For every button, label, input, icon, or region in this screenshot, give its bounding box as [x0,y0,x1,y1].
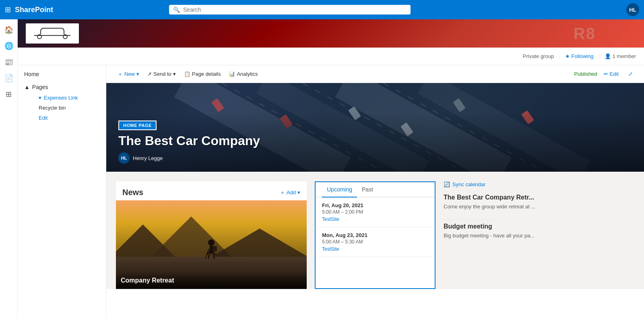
sub-header-right: Private group | ★ Following | 👤 1 member [523,53,636,59]
hero-title: The Best Car Company [118,133,632,148]
event-card-2-title: Budget meeting [444,223,634,230]
sync-calendar-button[interactable]: 🔄 Sync calendar [444,181,634,187]
main-container: R8 Private group | ★ Following | 👤 1 mem… [18,19,644,318]
sync-icon: 🔄 [444,181,450,187]
nav-right: HL [626,3,639,16]
analytics-button[interactable]: 📊 Analytics [225,69,261,79]
event-card-1-desc: Come enjoy the group wide retreat at ... [444,204,634,210]
event-card-1: The Best Car Company Retr... Come enjoy … [444,194,634,216]
user-avatar[interactable]: HL [626,3,639,16]
site-logo [26,23,79,44]
nav-expenses-link[interactable]: ▾ Expenses Link [24,93,99,103]
add-chevron-icon: ▾ [297,189,300,195]
event-item-2: Mon, Aug 23, 2021 5:00 AM – 5:30 AM Test… [316,227,435,257]
left-sidebar-icons: 🏠 🌐 📰 📄 ⊞ [0,19,18,318]
send-icon: ↗ [147,71,152,77]
brand-name[interactable]: SharePoint [15,6,53,14]
event-1-date: Fri, Aug 20, 2021 [322,202,428,208]
nav-pages-header[interactable]: ▲ Pages [24,81,99,93]
event-2-date: Mon, Aug 23, 2021 [322,232,428,238]
event-2-link[interactable]: TestSite [322,246,428,252]
star-icon: ★ [565,53,570,59]
send-to-button[interactable]: ↗ Send to ▾ [144,69,179,79]
site-header-banner: R8 [18,19,644,48]
hero-author: HL Henry Legge [118,152,632,164]
new-button[interactable]: ＋ New ▾ [114,69,142,79]
author-name: Henry Legge [133,155,163,161]
person-icon: 👤 [605,53,611,59]
search-input[interactable] [183,6,407,13]
events-section: Upcoming Past Fri, Aug 20, 2021 5:00 AM … [315,181,436,289]
page-icon: 📋 [184,71,190,77]
divider-1 [444,219,634,220]
edit-icon: ✏ [604,71,608,77]
car-logo [32,26,72,41]
analytics-icon: 📊 [229,71,235,77]
left-nav: Home ▲ Pages ▾ Expenses Link Recycle bin… [18,65,106,318]
search-icon: 🔍 [173,6,180,13]
collapse-icon: ▲ [24,84,30,90]
event-item-1: Fri, Aug 20, 2021 5:00 AM – 2:00 PM Test… [316,197,435,227]
nav-home[interactable]: Home [18,69,106,80]
docs-icon[interactable]: 📄 [2,71,16,85]
content-area: Home ▲ Pages ▾ Expenses Link Recycle bin… [18,65,644,318]
r8-watermark: R8 [574,25,596,43]
edit-button[interactable]: ✏ Edit [601,69,622,79]
sub-header: Private group | ★ Following | 👤 1 member [18,48,644,65]
home-sidebar-icon[interactable]: 🏠 [2,23,16,37]
events-tabs: Upcoming Past [316,182,435,197]
author-avatar: HL [118,152,130,164]
page-content: ＋ New ▾ ↗ Send to ▾ 📋 Page details 📊 [106,65,644,318]
command-left: ＋ New ▾ ↗ Send to ▾ 📋 Page details 📊 [114,69,261,79]
news-caption: Company Retreat [121,277,174,284]
send-chevron-icon: ▾ [173,71,176,77]
command-right: Published ✏ Edit ⤢ [574,69,636,79]
hero-overlay: HOME PAGE The Best Car Company HL Henry … [106,112,644,172]
nav-edit-link[interactable]: Edit [24,113,99,123]
right-column: 🔄 Sync calendar The Best Car Company Ret… [444,181,634,289]
news-title: News [122,188,143,197]
main-content-grid: News ＋ Add ▾ [106,172,644,289]
event-card-2: Budget meeting Big budget meeting - have… [444,223,634,245]
command-bar: ＋ New ▾ ↗ Send to ▾ 📋 Page details 📊 [106,65,644,83]
private-group-label: Private group [523,53,554,59]
svg-point-12 [208,239,215,246]
news-image-overlay: Company Retreat [116,272,307,289]
news-add-button[interactable]: ＋ Add ▾ [280,189,300,196]
svg-rect-18 [213,246,217,251]
news-header: News ＋ Add ▾ [116,181,307,200]
news-section: News ＋ Add ▾ [116,181,307,289]
expenses-chevron: ▾ [39,95,41,101]
nav-recycle-bin[interactable]: Recycle bin [24,103,99,113]
plus-icon: ＋ [118,71,123,78]
sites-icon[interactable]: 🌐 [2,39,16,53]
event-2-time: 5:00 AM – 5:30 AM [322,239,428,245]
search-bar: 🔍 [169,5,411,15]
upcoming-tab[interactable]: Upcoming [322,182,357,197]
expand-button[interactable]: ⤢ [625,69,636,79]
member-count: 👤 1 member [605,53,636,59]
apps-icon[interactable]: ⊞ [2,87,16,102]
nav-pages-section: ▲ Pages ▾ Expenses Link Recycle bin Edit [18,80,106,123]
following-button[interactable]: ★ Following [565,53,594,59]
expand-icon: ⤢ [628,71,633,77]
page-details-button[interactable]: 📋 Page details [181,69,224,79]
new-chevron-icon: ▾ [136,71,139,77]
home-nav-label: Home [24,71,39,77]
grid-icon[interactable]: ⊞ [5,5,11,14]
event-1-time: 5:00 AM – 2:00 PM [322,209,428,215]
news-image: Company Retreat [116,200,307,289]
feed-icon[interactable]: 📰 [2,55,16,69]
event-card-1-title: The Best Car Company Retr... [444,194,634,201]
top-nav: ⊞ SharePoint 🔍 HL [0,0,644,19]
hero-section: HOME PAGE The Best Car Company HL Henry … [106,83,644,172]
add-icon: ＋ [280,189,285,196]
home-page-badge: HOME PAGE [118,121,157,130]
event-card-2-desc: Big budget meeting - have all your pa... [444,233,634,239]
event-1-link[interactable]: TestSite [322,216,428,222]
published-label: Published [574,71,597,77]
past-tab[interactable]: Past [357,182,378,197]
